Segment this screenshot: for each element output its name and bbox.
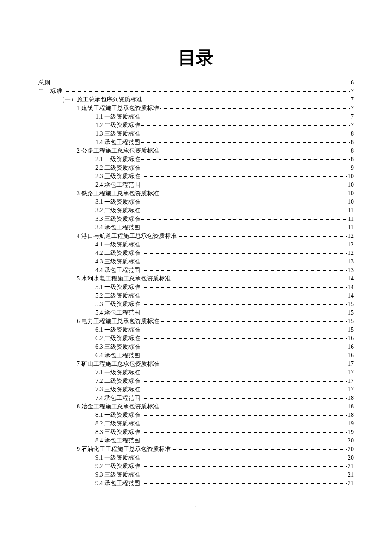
toc-leader-dots: [141, 270, 347, 271]
toc-leader-dots: [141, 211, 347, 211]
toc-entry[interactable]: 4.1 一级资质标准12: [38, 240, 354, 249]
toc-entry[interactable]: 3.2 二级资质标准11: [38, 206, 354, 215]
toc-entry[interactable]: 4.3 三级资质标准13: [38, 257, 354, 266]
toc-entry[interactable]: 4 港口与航道工程施工总承包资质标准12: [38, 232, 354, 240]
toc-entry-page: 20: [348, 436, 354, 445]
toc-entry-page: 12: [348, 249, 354, 257]
toc-entry-label: 9.2 二级资质标准: [95, 462, 140, 471]
toc-entry[interactable]: 6.2 二级资质标准16: [38, 334, 354, 343]
toc-entry[interactable]: 9 石油化工工程施工总承包资质标准20: [38, 445, 354, 454]
toc-entry-label: 5.1 一级资质标准: [95, 283, 140, 292]
toc-entry[interactable]: 9.4 承包工程范围21: [38, 479, 354, 488]
toc-entry-label: 3 铁路工程施工总承包资质标准: [77, 189, 159, 198]
toc-entry[interactable]: 7.4 承包工程范围18: [38, 394, 354, 402]
toc-entry-page: 15: [348, 309, 354, 317]
toc-entry-page: 14: [348, 292, 354, 300]
toc-entry[interactable]: 3.1 一级资质标准10: [38, 198, 354, 206]
toc-entry[interactable]: 1.1 一级资质标准7: [38, 113, 354, 121]
toc-entry[interactable]: 1.2 二级资质标准7: [38, 121, 354, 130]
toc-entry-page: 7: [351, 104, 354, 113]
toc-entry-label: （一）施工总承包序列资质标准: [59, 95, 142, 104]
toc-entry-page: 6: [351, 78, 354, 87]
toc-entry-page: 7: [351, 113, 354, 121]
toc-entry-page: 19: [348, 419, 354, 428]
toc-entry[interactable]: 8 冶金工程施工总承包资质标准18: [38, 402, 354, 411]
toc-entry[interactable]: 6 电力工程施工总承包资质标准15: [38, 317, 354, 326]
toc-entry[interactable]: 8.3 三级资质标准19: [38, 428, 354, 436]
toc-leader-dots: [141, 373, 347, 373]
toc-entry[interactable]: 4.4 承包工程范围13: [38, 266, 354, 275]
toc-entry[interactable]: （一）施工总承包序列资质标准7: [38, 95, 354, 104]
toc-entry[interactable]: 6.1 一级资质标准15: [38, 326, 354, 334]
toc-entry[interactable]: 9.3 三级资质标准21: [38, 471, 354, 479]
toc-entry[interactable]: 7.1 一级资质标准17: [38, 368, 354, 377]
toc-entry-label: 8 冶金工程施工总承包资质标准: [77, 402, 159, 411]
toc-entry-label: 3.1 一级资质标准: [95, 198, 140, 206]
toc-entry-page: 13: [348, 266, 354, 275]
toc-entry[interactable]: 7 矿山工程施工总承包资质标准17: [38, 360, 354, 368]
toc-leader-dots: [141, 228, 347, 228]
toc-entry[interactable]: 5.4 承包工程范围15: [38, 309, 354, 317]
toc-entry[interactable]: 3.4 承包工程范围11: [38, 223, 354, 232]
toc-leader-dots: [141, 253, 347, 254]
toc-entry[interactable]: 7.2 二级资质标准17: [38, 377, 354, 385]
toc-entry-label: 9.3 三级资质标准: [95, 471, 140, 479]
toc-entry-label: 9.4 承包工程范围: [95, 479, 140, 488]
toc-leader-dots: [141, 432, 347, 433]
toc-entry[interactable]: 2 公路工程施工总承包资质标准8: [38, 147, 354, 155]
toc-entry-page: 10: [348, 181, 354, 189]
toc-entry[interactable]: 3 铁路工程施工总承包资质标准10: [38, 189, 354, 198]
toc-entry[interactable]: 5 水利水电工程施工总承包资质标准14: [38, 275, 354, 283]
toc-entry[interactable]: 5.1 一级资质标准14: [38, 283, 354, 292]
toc-entry-label: 8.1 一级资质标准: [95, 411, 140, 419]
toc-entry[interactable]: 二、标准7: [38, 87, 354, 95]
toc-entry[interactable]: 3.3 三级资质标准11: [38, 215, 354, 223]
toc-entry[interactable]: 2.1 一级资质标准8: [38, 155, 354, 164]
toc-leader-dots: [141, 185, 347, 185]
toc-leader-dots: [141, 176, 347, 177]
toc-leader-dots: [141, 313, 347, 313]
toc-entry[interactable]: 5.2 二级资质标准14: [38, 292, 354, 300]
toc-entry-label: 2.1 一级资质标准: [95, 155, 140, 164]
toc-leader-dots: [141, 117, 350, 117]
toc-entry[interactable]: 7.3 三级资质标准17: [38, 385, 354, 394]
toc-entry-label: 3.4 承包工程范围: [95, 223, 140, 232]
toc-leader-dots: [143, 100, 350, 100]
toc-entry[interactable]: 1.4 承包工程范围8: [38, 138, 354, 147]
toc-entry-label: 4.3 三级资质标准: [95, 257, 140, 266]
toc-entry[interactable]: 8.1 一级资质标准18: [38, 411, 354, 419]
toc-entry-label: 1 建筑工程施工总承包资质标准: [77, 104, 159, 113]
toc-entry[interactable]: 8.4 承包工程范围20: [38, 436, 354, 445]
toc-entry[interactable]: 1.3 三级资质标准8: [38, 130, 354, 138]
toc-entry-label: 7.4 承包工程范围: [95, 394, 140, 402]
toc-entry-label: 9.1 一级资质标准: [95, 454, 140, 462]
toc-entry-page: 11: [348, 215, 354, 223]
toc-leader-dots: [141, 381, 347, 382]
toc-entry-label: 6 电力工程施工总承包资质标准: [77, 317, 159, 326]
toc-entry[interactable]: 总则6: [38, 78, 354, 87]
toc-entry[interactable]: 2.4 承包工程范围10: [38, 181, 354, 189]
toc-entry[interactable]: 8.2 二级资质标准19: [38, 419, 354, 428]
toc-leader-dots: [141, 245, 347, 245]
toc-entry[interactable]: 1 建筑工程施工总承包资质标准7: [38, 104, 354, 113]
toc-leader-dots: [141, 168, 350, 168]
toc-entry[interactable]: 5.3 三级资质标准15: [38, 300, 354, 309]
toc-leader-dots: [63, 91, 350, 92]
toc-entry-page: 16: [348, 351, 354, 360]
toc-entry-label: 1.4 承包工程范围: [95, 138, 140, 147]
toc-entry-label: 4 港口与航道工程施工总承包资质标准: [77, 232, 177, 240]
toc-leader-dots: [141, 483, 347, 484]
toc-entry-page: 8: [351, 155, 354, 164]
toc-entry[interactable]: 6.3 三级资质标准16: [38, 343, 354, 351]
toc-entry[interactable]: 6.4 承包工程范围16: [38, 351, 354, 360]
toc-entry[interactable]: 2.2 二级资质标准9: [38, 164, 354, 172]
toc-entry[interactable]: 4.2 二级资质标准12: [38, 249, 354, 257]
toc-entry[interactable]: 9.1 一级资质标准20: [38, 454, 354, 462]
toc-entry-page: 18: [348, 394, 354, 402]
toc-leader-dots: [141, 202, 347, 202]
toc-entry-label: 2.4 承包工程范围: [95, 181, 140, 189]
toc-entry[interactable]: 9.2 二级资质标准21: [38, 462, 354, 471]
toc-entry-page: 12: [348, 240, 354, 249]
toc-entry[interactable]: 2.3 三级资质标准10: [38, 172, 354, 181]
toc-entry-page: 7: [351, 87, 354, 95]
